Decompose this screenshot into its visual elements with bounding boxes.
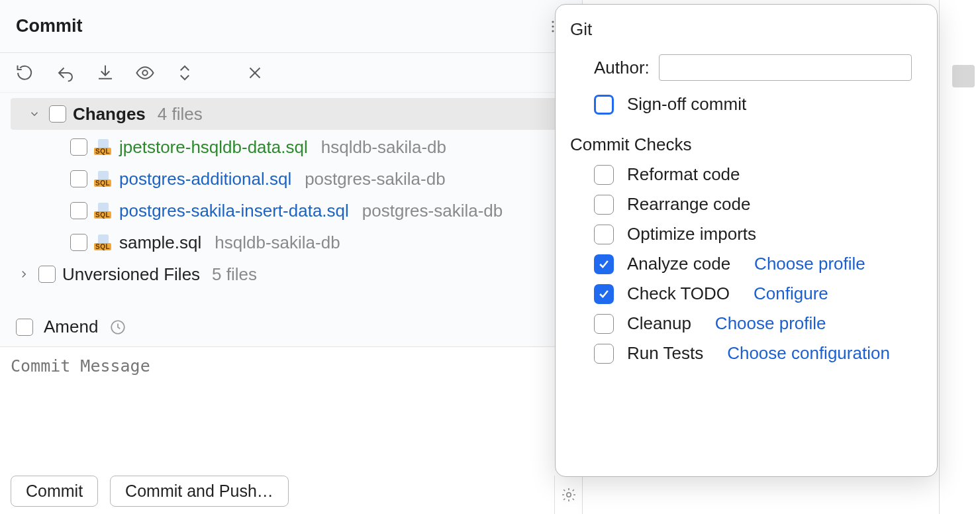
refresh-button[interactable] xyxy=(15,62,37,84)
author-label: Author: xyxy=(594,58,650,78)
commit-message-input[interactable] xyxy=(0,347,582,427)
file-name: postgres-additional.sql xyxy=(119,169,291,189)
file-name: jpetstore-hsqldb-data.sql xyxy=(119,137,308,158)
commit-history-button[interactable] xyxy=(109,318,127,336)
right-gutter xyxy=(939,0,980,514)
tool-window-stub[interactable] xyxy=(952,65,975,87)
commit-check-label: Analyze code xyxy=(627,254,730,274)
close-x-icon xyxy=(245,63,265,83)
file-name: sample.sql xyxy=(119,232,201,253)
commit-button[interactable]: Commit xyxy=(11,476,98,507)
svg-point-0 xyxy=(552,21,554,23)
file-checkbox[interactable] xyxy=(70,138,87,156)
commit-title: Commit xyxy=(16,16,540,36)
expand-collapse-button[interactable] xyxy=(173,62,196,84)
commit-check-label: Rearrange code xyxy=(627,194,750,215)
commit-buttons-row: Commit Commit and Push… xyxy=(0,468,582,514)
commit-check-item: Analyze codeChoose profile xyxy=(594,254,917,274)
file-location: postgres-sakila-db xyxy=(362,201,503,221)
sql-file-icon xyxy=(94,234,113,250)
commit-check-label: Reformat code xyxy=(627,164,740,185)
sql-file-icon xyxy=(94,171,113,187)
rollback-button[interactable] xyxy=(54,62,77,84)
file-checkbox[interactable] xyxy=(70,170,87,187)
changes-group-label: Changes xyxy=(73,104,146,125)
signoff-label: Sign-off commit xyxy=(627,94,746,115)
commit-check-checkbox[interactable] xyxy=(594,254,614,274)
eye-icon xyxy=(135,63,155,83)
amend-row: Amend xyxy=(0,307,582,347)
chevron-down-icon[interactable] xyxy=(26,106,42,122)
sql-file-icon xyxy=(94,139,113,155)
shelve-icon xyxy=(95,63,115,83)
unversioned-label: Unversioned Files xyxy=(62,264,200,285)
chevron-right-icon[interactable] xyxy=(16,266,32,282)
commit-check-checkbox[interactable] xyxy=(594,314,614,334)
author-input[interactable] xyxy=(659,54,912,81)
commit-check-label: Check TODO xyxy=(627,283,730,304)
file-row[interactable]: postgres-sakila-insert-data.sqlpostgres-… xyxy=(0,195,582,227)
group-by-button[interactable] xyxy=(244,62,266,84)
commit-header: Commit xyxy=(0,0,582,53)
commit-check-link[interactable]: Configure xyxy=(754,283,828,304)
commit-check-checkbox[interactable] xyxy=(594,225,614,244)
commit-check-link[interactable]: Choose configuration xyxy=(727,343,890,364)
author-row: Author: xyxy=(594,54,917,81)
changes-group-checkbox[interactable] xyxy=(49,105,66,123)
file-location: hsqldb-sakila-db xyxy=(215,232,340,253)
expand-collapse-icon xyxy=(175,63,195,83)
rollback-icon xyxy=(56,63,75,83)
amend-checkbox[interactable] xyxy=(16,319,33,336)
git-section-title: Git xyxy=(570,19,917,40)
refresh-icon xyxy=(16,63,36,83)
changes-group-row[interactable]: Changes 4 files xyxy=(11,98,575,130)
file-checkbox[interactable] xyxy=(70,234,87,251)
commit-check-label: Optimize imports xyxy=(627,224,756,244)
changes-count: 4 files xyxy=(158,104,203,125)
unversioned-checkbox[interactable] xyxy=(38,266,56,283)
commit-check-checkbox[interactable] xyxy=(594,284,614,304)
changes-tree: Changes 4 files jpetstore-hsqldb-data.sq… xyxy=(0,93,582,290)
unversioned-count: 5 files xyxy=(212,264,257,285)
shelve-button[interactable] xyxy=(94,62,117,84)
commit-check-item: Run TestsChoose configuration xyxy=(594,343,917,364)
file-name: postgres-sakila-insert-data.sql xyxy=(119,201,349,221)
commit-check-item: Optimize imports xyxy=(594,224,917,244)
svg-point-5 xyxy=(566,493,570,497)
commit-toolbar xyxy=(0,53,582,93)
gear-icon xyxy=(561,487,577,503)
commit-checks-title: Commit Checks xyxy=(570,134,917,155)
preview-diff-button[interactable] xyxy=(134,62,156,84)
svg-point-2 xyxy=(552,30,554,32)
file-checkbox[interactable] xyxy=(70,202,87,219)
commit-check-item: Check TODOConfigure xyxy=(594,283,917,304)
svg-point-3 xyxy=(142,70,148,76)
commit-check-item: Rearrange code xyxy=(594,194,917,215)
file-location: postgres-sakila-db xyxy=(305,169,445,189)
file-location: hsqldb-sakila-db xyxy=(321,137,446,158)
signoff-row: Sign-off commit xyxy=(594,94,917,115)
file-row[interactable]: jpetstore-hsqldb-data.sqlhsqldb-sakila-d… xyxy=(0,131,582,163)
amend-label: Amend xyxy=(44,317,98,337)
history-icon xyxy=(109,319,126,336)
commit-options-gear-button[interactable] xyxy=(554,476,582,514)
file-row[interactable]: sample.sqlhsqldb-sakila-db xyxy=(0,227,582,258)
commit-message-area xyxy=(0,347,582,468)
svg-point-1 xyxy=(552,25,554,27)
commit-check-link[interactable]: Choose profile xyxy=(754,254,865,274)
commit-check-item: CleanupChoose profile xyxy=(594,313,917,334)
commit-and-push-button[interactable]: Commit and Push… xyxy=(110,476,289,507)
commit-check-item: Reformat code xyxy=(594,164,917,185)
file-row[interactable]: postgres-additional.sqlpostgres-sakila-d… xyxy=(0,163,582,195)
sql-file-icon xyxy=(94,203,113,219)
commit-check-checkbox[interactable] xyxy=(594,165,614,185)
commit-check-link[interactable]: Choose profile xyxy=(715,313,826,334)
commit-options-popup: Git Author: Sign-off commit Commit Check… xyxy=(555,4,938,477)
commit-check-label: Run Tests xyxy=(627,343,703,364)
commit-check-checkbox[interactable] xyxy=(594,344,614,364)
unversioned-group-row[interactable]: Unversioned Files 5 files xyxy=(0,258,582,290)
signoff-checkbox[interactable] xyxy=(594,95,614,115)
commit-check-checkbox[interactable] xyxy=(594,195,614,215)
commit-check-label: Cleanup xyxy=(627,313,691,334)
